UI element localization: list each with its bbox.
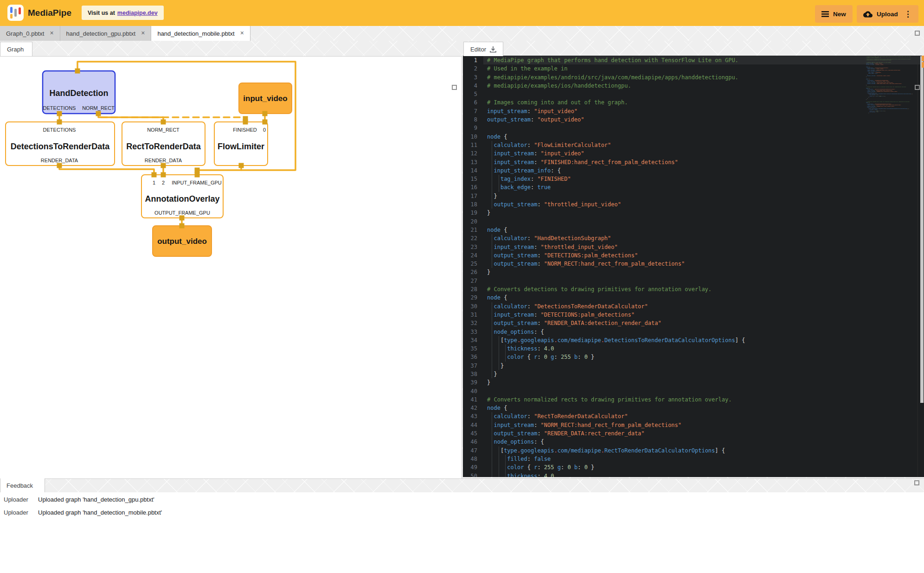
code-line[interactable]: 6# Images coming into and out of the gra… (463, 98, 924, 107)
code-line[interactable]: 23 input_stream: "throttled_input_video" (463, 243, 924, 251)
code-line[interactable]: 28# Converts detections to drawing primi… (463, 285, 924, 293)
code-line[interactable]: 35 thickness: 4.0 (463, 344, 924, 353)
code-line[interactable]: 16 back_edge: true (463, 183, 924, 191)
code-line[interactable]: 42node { (463, 404, 924, 412)
graph-node-FlowLimiter[interactable]: FlowLimiterFINISHED0 (214, 122, 268, 166)
code-line[interactable]: 32 output_stream: "RENDER_DATA:detection… (463, 319, 924, 327)
line-content (483, 124, 924, 132)
upload-button[interactable]: Upload ⋮ (857, 5, 918, 23)
code-line[interactable]: 25 output_stream: "NORM_RECT:hand_rect_f… (463, 260, 924, 268)
code-line[interactable]: 10node { (463, 133, 924, 141)
code-line[interactable]: 44 input_stream: "NORM_RECT:hand_rect_fr… (463, 421, 924, 429)
graph-node-RectToRenderData[interactable]: RectToRenderDataNORM_RECTRENDER_DATA (122, 122, 205, 166)
code-line[interactable]: 30 calculator: "DetectionsToRenderDataCa… (463, 302, 924, 311)
code-line[interactable]: 8output_stream: "output_video" (463, 115, 924, 124)
graph-node-input_video[interactable]: input_video (239, 83, 292, 114)
close-icon[interactable]: × (141, 30, 145, 36)
code-line[interactable]: 7input_stream: "input_video" (463, 107, 924, 115)
code-line[interactable]: 27 (463, 277, 924, 285)
kebab-menu-icon[interactable]: ⋮ (904, 10, 912, 18)
code-line[interactable]: 38 } (463, 370, 924, 378)
close-icon[interactable]: × (50, 30, 53, 36)
file-tab[interactable]: hand_detection_mobile.pbtxt× (151, 26, 250, 41)
code-line[interactable]: 17 } (463, 192, 924, 200)
line-number: 46 (463, 438, 483, 446)
code-line[interactable]: 11 calculator: "FlowLimiterCalculator" (463, 141, 924, 149)
tab-editor[interactable]: Editor (463, 42, 503, 56)
close-icon[interactable]: × (240, 30, 244, 36)
port-square (195, 168, 200, 173)
code-line[interactable]: 9 (463, 124, 924, 132)
feedback-source: Uploader (4, 509, 33, 516)
visit-us-chip[interactable]: Visit us at mediapipe.dev (82, 6, 164, 20)
code-line[interactable]: 33 node_options: { (463, 328, 924, 336)
code-line[interactable]: 29node { (463, 293, 924, 302)
line-number: 39 (463, 378, 483, 387)
code-line[interactable]: 18 output_stream: "throttled_input_video… (463, 200, 924, 209)
graph-canvas[interactable]: HandDetectionDETECTIONSNORM_RECTinput_vi… (0, 56, 462, 478)
port-label: RENDER_DATA (145, 158, 182, 163)
code-line[interactable]: 50 thickness: 4.0 (463, 472, 924, 477)
popout-top-icon[interactable] (915, 31, 920, 36)
code-line[interactable]: 15 tag_index: "FINISHED" (463, 175, 924, 183)
code-line[interactable]: 45 output_stream: "RENDER_DATA:rect_rend… (463, 429, 924, 438)
line-number: 7 (463, 107, 483, 115)
code-line[interactable]: 26} (463, 268, 924, 276)
code-editor[interactable]: 1# MediaPipe graph that performs hand de… (463, 56, 924, 477)
node-title: RectToRenderData (126, 142, 201, 151)
code-line[interactable]: 13 input_stream: "FINISHED:hand_rect_fro… (463, 158, 924, 166)
code-line[interactable]: 5 (463, 90, 924, 98)
file-tab[interactable]: Graph_0.pbtxt× (0, 26, 60, 41)
code-line[interactable]: 2# Used in the example in (463, 64, 924, 73)
line-content: # Used in the example in (483, 64, 924, 73)
code-line[interactable]: 12 input_stream: "input_video" (463, 149, 924, 158)
code-line[interactable]: 21node { (463, 226, 924, 234)
line-number: 8 (463, 115, 483, 124)
code-line[interactable]: 4# mediapipie/examples/ios/handdetection… (463, 82, 924, 90)
code-line[interactable]: 37 } (463, 362, 924, 370)
code-line[interactable]: 46 node_options: { (463, 438, 924, 446)
port-label: DETECTIONS (43, 127, 76, 133)
graph-node-HandDetection[interactable]: HandDetectionDETECTIONSNORM_RECT (43, 71, 115, 114)
line-content: input_stream: "NORM_RECT:hand_rect_from_… (483, 421, 924, 429)
code-area[interactable]: 1# MediaPipe graph that performs hand de… (463, 56, 924, 477)
code-line[interactable]: 47 [type.googleapis.com/mediapipe.RectTo… (463, 446, 924, 455)
code-line[interactable]: 43 calculator: "RectToRenderDataCalculat… (463, 412, 924, 420)
popout-feedback-icon[interactable] (914, 480, 919, 485)
code-line[interactable]: 19} (463, 209, 924, 217)
code-line[interactable]: 48 filled: false (463, 455, 924, 463)
tab-feedback[interactable]: Feedback (0, 478, 45, 492)
popout-editor-icon[interactable] (915, 85, 920, 90)
code-line[interactable]: 34 [type.googleapis.com/mediapipe.Detect… (463, 336, 924, 344)
line-number: 15 (463, 175, 483, 183)
code-line[interactable]: 41# Converts normalized rects to drawing… (463, 395, 924, 404)
code-line[interactable]: 31 input_stream: "DETECTIONS:palm_detect… (463, 311, 924, 319)
graph-node-output_video[interactable]: output_video (153, 226, 212, 256)
line-content: } (483, 192, 924, 200)
file-tab[interactable]: hand_detection_gpu.pbtxt× (60, 26, 152, 41)
popout-graph-icon[interactable] (452, 85, 457, 90)
code-line[interactable]: 40 (463, 387, 924, 395)
line-number: 27 (463, 277, 483, 285)
code-line[interactable]: 1# MediaPipe graph that performs hand de… (463, 56, 924, 64)
code-line[interactable]: 20 (463, 217, 924, 226)
editor-scrollbar[interactable] (920, 56, 924, 403)
code-line[interactable]: 36 color { r: 0 g: 255 b: 0 } (463, 353, 924, 361)
code-line[interactable]: 39} (463, 378, 924, 387)
code-line[interactable]: 49 color { r: 255 g: 0 b: 0 } (463, 463, 924, 471)
code-line[interactable]: 14 input_stream_info: { (463, 166, 924, 175)
graph-node-AnnotationOverlay[interactable]: AnnotationOverlay12INPUT_FRAME_GPUOUTPUT… (141, 175, 223, 218)
graph-node-DetectionsToRenderData[interactable]: DetectionsToRenderDataDETECTIONSRENDER_D… (6, 122, 115, 166)
new-button[interactable]: New (815, 5, 853, 23)
port-label: NORM_RECT (147, 127, 180, 133)
line-number: 21 (463, 226, 483, 234)
code-line[interactable]: 22 calculator: "HandDetectionSubgraph" (463, 234, 924, 242)
mediapipe-dev-link[interactable]: mediapipe.dev (117, 10, 158, 16)
editor-minimap[interactable]: # MediaPipe graph that performs hand det… (866, 56, 917, 473)
code-line[interactable]: 24 output_stream: "DETECTIONS:palm_detec… (463, 251, 924, 260)
code-line[interactable]: 3# mediapipie/examples/android/src/java/… (463, 73, 924, 82)
download-icon[interactable] (490, 46, 496, 53)
line-content: [type.googleapis.com/mediapipe.RectToRen… (483, 446, 924, 455)
line-content: calculator: "RectToRenderDataCalculator" (483, 412, 924, 420)
tab-graph[interactable]: Graph (0, 42, 32, 56)
